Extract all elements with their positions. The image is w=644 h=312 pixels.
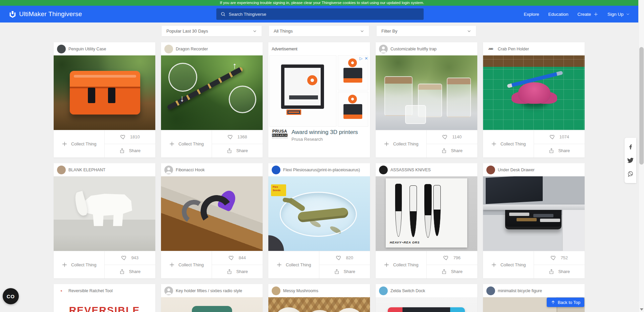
brand-logo[interactable]: UltiMaker Thingiverse	[9, 6, 82, 23]
arrow-up-icon	[551, 300, 555, 305]
ad-image-enclosed-printer[interactable]	[269, 55, 336, 127]
category-dropdown[interactable]: All Things	[269, 26, 369, 36]
adchoices-icon[interactable]: ▷	[360, 56, 363, 61]
collect-thing-button[interactable]: Collect Thing	[161, 130, 212, 158]
like-button[interactable]: 1140	[427, 130, 478, 144]
sort-dropdown[interactable]: Popular Last 30 Days	[162, 26, 262, 36]
thing-card: Under Desk Drawer Collect Thing 752	[483, 163, 585, 278]
nav-sign-up[interactable]: Sign Up	[607, 12, 630, 17]
thing-thumbnail[interactable]	[54, 55, 155, 130]
share-button[interactable]: Share	[534, 265, 585, 279]
thing-thumbnail[interactable]	[54, 176, 155, 251]
thing-thumbnail[interactable]	[268, 297, 370, 312]
avatar[interactable]	[486, 166, 495, 174]
avatar[interactable]: J3D	[486, 45, 495, 53]
avatar[interactable]	[164, 166, 173, 174]
thing-thumbnail[interactable]	[268, 176, 370, 251]
collect-thing-button[interactable]: Collect Thing	[376, 251, 427, 278]
ad-close-icon[interactable]: ✕	[365, 56, 368, 61]
search-input[interactable]	[229, 12, 420, 17]
thing-thumbnail[interactable]	[376, 176, 477, 251]
share-button[interactable]: Share	[105, 144, 156, 158]
avatar[interactable]	[57, 166, 66, 174]
printer-bed	[289, 95, 318, 99]
printer-frame	[281, 64, 324, 109]
thing-title[interactable]: Flexi Plesiosaurus(print-in-placeiosauru…	[283, 168, 360, 172]
filter-by-dropdown[interactable]: Filter By	[377, 26, 476, 36]
share-button[interactable]: Share	[427, 265, 478, 279]
thing-title[interactable]: minimalist bicycle figure	[498, 288, 542, 293]
thing-thumbnail[interactable]	[54, 297, 155, 312]
thing-thumbnail[interactable]	[483, 55, 585, 130]
avatar[interactable]	[379, 286, 388, 295]
avatar[interactable]	[57, 45, 66, 53]
search-bar[interactable]	[216, 8, 424, 20]
collect-thing-button[interactable]: Collect Thing	[376, 130, 427, 158]
thing-title[interactable]: Penguin Utility Case	[68, 47, 106, 51]
thing-title[interactable]: Reversible Ratchet Tool	[68, 288, 113, 293]
share-button[interactable]: Share	[212, 265, 263, 279]
thing-title[interactable]: Customizable fruitfly trap	[390, 47, 437, 51]
plus-icon	[593, 12, 598, 17]
share-button[interactable]: Share	[534, 144, 585, 158]
share-button[interactable]: Share	[212, 144, 263, 158]
avatar[interactable]: s	[57, 286, 66, 295]
thing-title[interactable]: ASSASSINS KNIVES	[390, 168, 431, 172]
avatar[interactable]	[379, 166, 388, 174]
thing-thumbnail[interactable]	[376, 55, 477, 130]
scrollbar-down-arrow[interactable]	[640, 308, 643, 311]
avatar[interactable]	[486, 286, 495, 295]
like-button[interactable]: 752	[534, 251, 585, 265]
collect-thing-button[interactable]: Collect Thing	[54, 251, 105, 278]
like-count: 844	[238, 255, 246, 260]
like-button[interactable]: 1074	[534, 130, 585, 144]
like-button[interactable]: 1810	[105, 130, 156, 144]
thing-thumbnail[interactable]	[161, 297, 263, 312]
avatar[interactable]	[164, 286, 173, 295]
nav-education[interactable]: Education	[548, 12, 568, 17]
avatar[interactable]	[272, 166, 280, 174]
ad-advertiser[interactable]: Prusa Research	[291, 137, 358, 142]
avatar[interactable]	[164, 45, 173, 53]
prusa-research-logo: PRUSA RESEARCH	[272, 129, 287, 138]
thing-title[interactable]: Key holder fifties / sixties radio style	[176, 288, 242, 293]
like-button[interactable]: 844	[212, 251, 263, 265]
ad-image-printer-2[interactable]	[338, 92, 368, 127]
scrollbar-thumb[interactable]	[639, 47, 644, 165]
thing-thumbnail[interactable]	[161, 55, 263, 130]
thing-title[interactable]: Under Desk Drawer	[498, 168, 535, 172]
thing-title[interactable]: Zelda Switch Dock	[390, 288, 425, 293]
ad-body[interactable]: ▷ ✕ PRUSA RESEARCH Award winning 3D prin…	[268, 55, 370, 142]
collect-thing-button[interactable]: Collect Thing	[268, 251, 319, 278]
ad-title[interactable]: Award winning 3D printers	[291, 129, 358, 136]
back-to-top-button[interactable]: Back to Top	[547, 298, 584, 307]
collect-thing-button[interactable]: Collect Thing	[483, 130, 534, 158]
share-icon	[548, 269, 554, 275]
nav-create[interactable]: Create	[577, 12, 598, 17]
collect-thing-button[interactable]: Collect Thing	[161, 251, 212, 278]
share-button[interactable]: Share	[427, 144, 478, 158]
thing-title[interactable]: Dragon Recorder	[176, 47, 208, 51]
thing-thumbnail[interactable]	[376, 297, 477, 312]
collect-thing-button[interactable]: Collect Thing	[483, 251, 534, 278]
collect-thing-button[interactable]: Collect Thing	[54, 130, 105, 158]
like-button[interactable]: 1368	[212, 130, 263, 144]
thing-thumbnail[interactable]	[483, 176, 585, 251]
like-button[interactable]: 943	[105, 251, 156, 265]
thing-title[interactable]: Fibonacci Hook	[176, 168, 205, 172]
avatar[interactable]	[379, 45, 388, 53]
like-button[interactable]: 796	[427, 251, 478, 265]
nav-explore[interactable]: Explore	[524, 12, 539, 17]
like-button[interactable]: 820	[319, 251, 370, 265]
whatsapp-icon[interactable]	[627, 170, 634, 177]
thing-title[interactable]: BLANK ELEPHANT	[68, 168, 105, 172]
share-button[interactable]: Share	[105, 265, 156, 279]
twitter-icon[interactable]	[627, 157, 634, 164]
thing-title[interactable]: Messy Mushrooms	[283, 288, 318, 293]
thing-title[interactable]: Crab Pen Holder	[498, 47, 529, 51]
facebook-icon[interactable]	[627, 143, 634, 151]
share-button[interactable]: Share	[319, 265, 370, 279]
avatar[interactable]	[272, 286, 280, 295]
cookie-consent-button[interactable]: CO	[3, 288, 19, 304]
thing-thumbnail[interactable]	[161, 176, 263, 251]
